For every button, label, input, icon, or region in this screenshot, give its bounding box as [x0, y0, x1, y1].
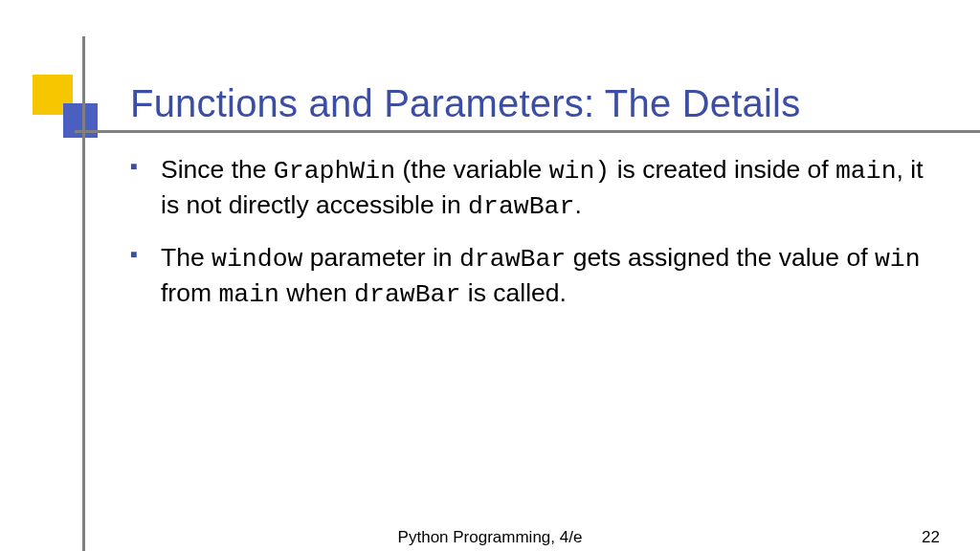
body-text: parameter in [302, 243, 459, 272]
bullet-item: The window parameter in drawBar gets ass… [126, 241, 930, 312]
body-text: from [161, 278, 218, 307]
code-text: win [875, 245, 921, 274]
code-text: drawBar [468, 192, 574, 221]
corner-graphic [33, 75, 100, 142]
body-text: is created inside of [610, 155, 835, 184]
body-text: is called. [460, 278, 566, 307]
slide-body: Since the GraphWin (the variable win) is… [126, 153, 930, 329]
code-text: GraphWin [274, 157, 395, 186]
body-text: . [574, 190, 581, 219]
bullet-list: Since the GraphWin (the variable win) is… [126, 153, 930, 312]
body-text: Since the [161, 155, 274, 184]
vertical-divider [82, 36, 85, 551]
footer-text: Python Programming, 4/e [0, 528, 980, 547]
code-text: drawBar [459, 245, 566, 274]
bullet-item: Since the GraphWin (the variable win) is… [126, 153, 930, 224]
horizontal-divider [75, 130, 980, 133]
body-text: gets assigned the value of [566, 243, 875, 272]
slide: Functions and Parameters: The Details Si… [0, 0, 980, 551]
code-text: main [835, 157, 897, 186]
code-text: drawBar [354, 280, 460, 309]
code-text: main [218, 280, 279, 309]
body-text: when [279, 278, 354, 307]
code-text: window [212, 245, 302, 274]
slide-title: Functions and Parameters: The Details [130, 82, 800, 125]
page-number: 22 [922, 528, 940, 547]
code-text: win) [549, 157, 611, 186]
body-text: The [161, 243, 212, 272]
body-text: (the variable [395, 155, 549, 184]
